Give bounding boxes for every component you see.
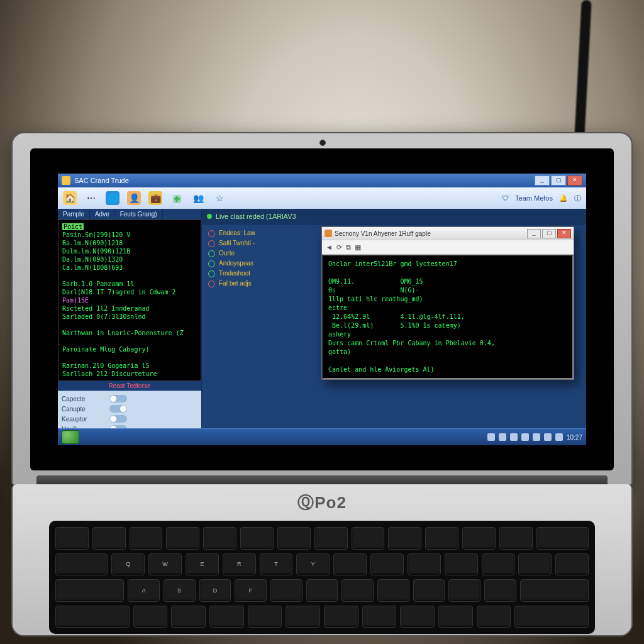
prop-label: Capecte [62,396,106,402]
main-header-title: Live clast reded (1ARlAV3 [216,213,296,220]
popup-minimize-button[interactable]: _ [527,229,541,238]
tray-icon[interactable] [521,433,529,441]
popup-terminal[interactable]: Onclar inter5l21Br gmd lyctesten17 OM9.1… [322,255,574,379]
sidebar-tab-feuts[interactable]: Feuts Grang) [115,209,163,219]
clock[interactable]: 10:27 [567,434,582,441]
laptop: SAC Crand Trude _ ▢ ✕ 🏠 ⋯ 🌐 👤 💼 ▦ 👥 [11,132,633,635]
grid-icon[interactable]: ▦ [355,243,361,252]
popup-titlebar[interactable]: Secnony V1n Ahyener 1Ruff gaple _ ▢ ✕ [322,227,574,240]
laptop-lid: SAC Crand Trude _ ▢ ✕ 🏠 ⋯ 🌐 👤 💼 ▦ 👥 [11,132,633,487]
prop-toggle[interactable] [109,415,127,423]
popup-close-button[interactable]: ✕ [557,229,571,238]
main-panel: Live clast reded (1ARlAV3 Endeas: LawSal… [202,209,586,429]
tray-icon[interactable] [544,433,552,441]
prop-label: Canupte [62,406,106,413]
refresh-icon[interactable]: ⟳ [336,243,342,252]
back-icon[interactable]: ◄ [326,243,333,251]
live-dot-icon [207,214,212,219]
status-text: Tmdeshoot [219,269,250,279]
status-indicator-icon [208,260,215,267]
sidebar: Pample Adve Feuts Grang) Poict Pasin.Sm(… [58,209,202,429]
laptop-logo: ⓆPo2 [297,492,347,514]
sidebar-tab-pample[interactable]: Pample [58,209,90,219]
start-button[interactable] [62,430,79,444]
popup-toolbar: ◄ ⟳ ⧉ ▦ [322,240,574,255]
status-indicator-icon [208,240,215,247]
maximize-button[interactable]: ▢ [551,175,566,186]
system-tray: 10:27 [487,433,582,441]
webcam [319,140,326,146]
team-label: Team Mefos [515,194,553,202]
tray-icon[interactable] [555,433,563,441]
close-button[interactable]: ✕ [567,175,582,186]
taskbar[interactable]: 10:27 [58,428,586,445]
status-indicator-icon [208,250,215,257]
popup-maximize-button[interactable]: ▢ [542,229,556,238]
prop-label: Keauptor [62,416,106,423]
globe-icon[interactable]: 🌐 [106,191,119,205]
status-text: Fal bet adjs [219,279,252,289]
sidebar-terminal[interactable]: Poict Pasin.Sm(299)120 V Ba.lm.N(090)121… [58,219,201,381]
screen-bezel: SAC Crand Trude _ ▢ ✕ 🏠 ⋯ 🌐 👤 💼 ▦ 👥 [30,148,614,470]
status-indicator-icon [208,270,215,277]
keyboard: QWERTY ASDF [49,521,595,634]
copy-icon[interactable]: ⧉ [346,243,351,252]
status-text: Salti Twnhti - [219,238,255,248]
minimize-button[interactable]: _ [535,175,550,186]
status-text: Andoyspeas [219,258,253,269]
popup-title: Secnony V1n Ahyener 1Ruff gaple [335,230,431,237]
status-indicator-icon [208,280,215,287]
user-icon[interactable]: 👤 [127,191,141,205]
window-buttons: _ ▢ ✕ [535,175,582,186]
status-text: Endeas: Law [219,228,255,238]
reset-link[interactable]: Reast Tedtorse [58,381,201,391]
window-titlebar[interactable]: SAC Crand Trude _ ▢ ✕ [58,174,586,187]
main-header: Live clast reded (1ARlAV3 [202,209,586,225]
tray-icon[interactable] [487,433,495,441]
status-indicator-icon [208,230,215,237]
tray-icon[interactable] [510,433,518,441]
sidebar-tab-adve[interactable]: Adve [90,209,115,219]
app-body: Pample Adve Feuts Grang) Poict Pasin.Sm(… [58,209,586,429]
info-icon[interactable]: ⓘ [574,194,581,203]
tray-icon[interactable] [499,433,506,441]
status-text: Ourte [219,248,235,258]
shield-icon[interactable]: 🛡 [502,194,509,202]
popup-window[interactable]: Secnony V1n Ahyener 1Ruff gaple _ ▢ ✕ ◄ … [321,226,574,380]
share-icon[interactable]: 👥 [191,191,205,205]
popup-app-icon [325,230,332,237]
bell-icon[interactable]: 🔔 [559,194,568,203]
main-toolbar: 🏠 ⋯ 🌐 👤 💼 ▦ 👥 ☆ 🛡 Team Mefos 🔔 ⓘ [58,187,586,209]
window-title: SAC Crand Trude [74,177,129,184]
grid-icon[interactable]: ▦ [170,191,184,205]
prop-toggle[interactable] [109,395,127,402]
more-icon[interactable]: ⋯ [84,191,98,205]
sidebar-tabs: Pample Adve Feuts Grang) [58,209,201,219]
tray-icon[interactable] [533,433,540,441]
briefcase-icon[interactable]: 💼 [148,191,162,205]
desktop-screen: SAC Crand Trude _ ▢ ✕ 🏠 ⋯ 🌐 👤 💼 ▦ 👥 [58,174,586,445]
star-icon[interactable]: ☆ [213,191,226,205]
app-icon [62,176,70,185]
home-icon[interactable]: 🏠 [63,191,77,205]
prop-toggle[interactable] [109,405,127,413]
